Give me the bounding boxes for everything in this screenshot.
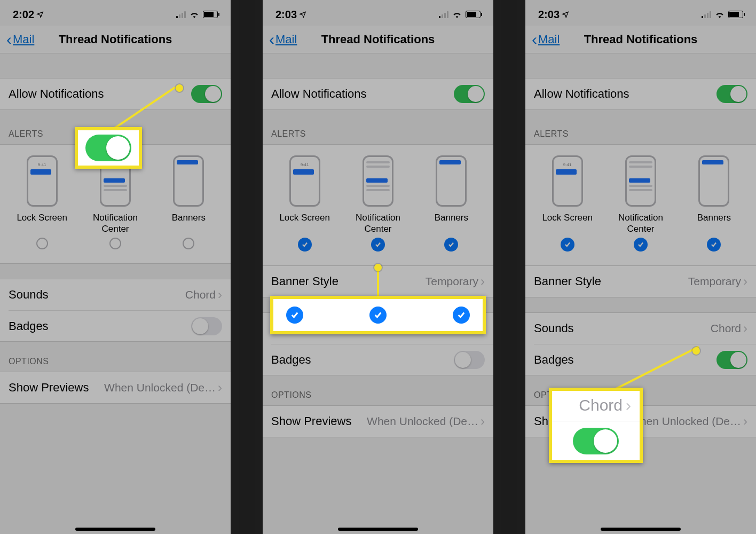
lockscreen-check[interactable] — [36, 238, 48, 249]
back-label: Mail — [13, 33, 34, 46]
wifi-icon — [452, 11, 462, 18]
notification-center-preview-icon — [625, 155, 656, 207]
allow-notifications-toggle[interactable] — [454, 85, 485, 103]
sounds-label: Sounds — [534, 321, 574, 335]
show-previews-value: When Unlocked (De… — [367, 415, 478, 428]
alert-option-banners[interactable]: Banners — [152, 155, 225, 249]
page-title: Thread Notifications — [263, 33, 493, 46]
zoom-check-icon — [286, 307, 303, 324]
sounds-row[interactable]: Sounds Chord› — [0, 279, 231, 310]
chevron-right-icon: › — [481, 414, 485, 429]
nav-bar: ‹ Mail Thread Notifications — [263, 26, 493, 53]
show-previews-value: When Unlocked (De… — [104, 381, 216, 394]
location-icon — [36, 11, 44, 18]
back-label: Mail — [538, 33, 560, 46]
show-previews-label: Show Previews — [271, 414, 351, 428]
banners-check[interactable] — [183, 238, 194, 249]
chevron-left-icon: ‹ — [269, 34, 274, 45]
allow-notifications-label: Allow Notifications — [271, 87, 367, 101]
lockscreen-check[interactable] — [561, 238, 574, 252]
home-indicator[interactable] — [601, 528, 681, 531]
badges-label: Badges — [534, 353, 574, 367]
cellular-icon — [439, 11, 448, 18]
chevron-left-icon: ‹ — [532, 34, 537, 45]
battery-icon — [728, 11, 743, 18]
battery-icon — [203, 11, 218, 18]
alert-option-lockscreen[interactable]: 9:41 Lock Screen — [5, 155, 78, 249]
home-indicator[interactable] — [75, 528, 155, 531]
chevron-right-icon: › — [218, 380, 222, 395]
chevron-right-icon: › — [218, 287, 222, 302]
alert-option-lockscreen[interactable]: 9:41 Lock Screen — [531, 155, 604, 252]
zoom-sounds-value: Chord — [579, 396, 623, 414]
location-icon — [299, 11, 306, 18]
show-previews-label: Show Previews — [9, 381, 89, 395]
allow-notifications-toggle[interactable] — [191, 85, 222, 103]
show-previews-row[interactable]: Show Previews When Unlocked (De…› — [0, 372, 231, 403]
home-indicator[interactable] — [338, 528, 418, 531]
back-button[interactable]: ‹ Mail — [269, 33, 297, 46]
alert-option-banners[interactable]: Banners — [678, 155, 751, 252]
nav-bar: ‹ Mail Thread Notifications — [0, 26, 231, 53]
location-icon — [562, 11, 569, 18]
annotation-dot — [692, 347, 700, 355]
alert-option-notification-center[interactable]: Notification Center — [78, 155, 152, 249]
annotation-sound-badge: Chord › — [549, 388, 643, 463]
cellular-icon — [702, 11, 711, 18]
banners-check[interactable] — [444, 238, 458, 252]
chevron-right-icon: › — [481, 274, 485, 289]
alert-option-banners[interactable]: Banners — [415, 155, 488, 252]
banner-style-row[interactable]: Banner Style Temporary› — [525, 266, 756, 297]
zoom-check-icon — [453, 307, 470, 324]
sounds-value: Chord — [185, 288, 216, 301]
battery-icon — [466, 11, 481, 18]
badges-toggle[interactable] — [454, 351, 485, 369]
alert-option-notification-center[interactable]: Notification Center — [341, 155, 414, 252]
badges-row[interactable]: Badges — [534, 344, 756, 375]
banner-style-label: Banner Style — [271, 274, 338, 288]
page-title: Thread Notifications — [0, 33, 231, 46]
sounds-row[interactable]: Sounds Chord› — [525, 313, 756, 344]
allow-notifications-toggle[interactable] — [716, 85, 747, 103]
lockscreen-preview-icon: 9:41 — [27, 155, 58, 207]
annotation-line — [377, 268, 379, 299]
notification-center-check[interactable] — [109, 238, 121, 249]
badges-toggle[interactable] — [716, 351, 747, 369]
wifi-icon — [189, 11, 200, 18]
notification-center-preview-icon — [363, 155, 393, 207]
status-bar: 2:03 — [525, 0, 756, 26]
alert-option-lockscreen[interactable]: 9:41 Lock Screen — [268, 155, 341, 252]
banners-check[interactable] — [707, 238, 721, 252]
wifi-icon — [714, 11, 725, 18]
banners-preview-icon — [698, 155, 729, 207]
badges-toggle[interactable] — [191, 317, 222, 335]
options-header: OPTIONS — [0, 357, 231, 372]
annotation-toggle — [75, 127, 142, 169]
allow-notifications-row[interactable]: Allow Notifications — [263, 78, 493, 109]
allow-notifications-row[interactable]: Allow Notifications — [0, 78, 231, 109]
options-header: OPTIONS — [263, 390, 493, 405]
status-time: 2:03 — [538, 9, 560, 21]
annotation-dot — [176, 84, 183, 92]
back-label: Mail — [275, 33, 297, 46]
chevron-right-icon: › — [743, 414, 747, 429]
show-previews-row[interactable]: Show Previews When Unlocked (De…› — [263, 406, 493, 437]
sounds-label: Sounds — [9, 288, 49, 302]
chevron-right-icon: › — [626, 396, 631, 414]
lockscreen-preview-icon: 9:41 — [289, 155, 320, 207]
badges-row[interactable]: Badges — [9, 310, 231, 341]
alert-option-notification-center[interactable]: Notification Center — [604, 155, 677, 252]
status-bar: 2:03 — [263, 0, 493, 26]
back-button[interactable]: ‹ Mail — [532, 33, 560, 46]
banner-style-value: Temporary — [688, 275, 741, 288]
lockscreen-check[interactable] — [298, 238, 312, 252]
badges-row[interactable]: Badges — [271, 344, 493, 375]
status-bar: 2:02 — [0, 0, 231, 26]
back-button[interactable]: ‹ Mail — [6, 33, 34, 46]
notification-center-check[interactable] — [634, 238, 648, 252]
allow-notifications-label: Allow Notifications — [534, 87, 629, 101]
status-time: 2:02 — [13, 9, 34, 21]
alerts-header: ALERTS — [525, 129, 756, 144]
notification-center-check[interactable] — [371, 238, 385, 252]
allow-notifications-row[interactable]: Allow Notifications — [525, 78, 756, 109]
